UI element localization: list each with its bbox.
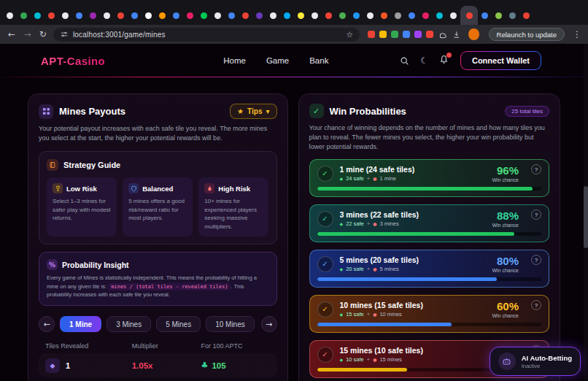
search-icon[interactable] [400,56,409,66]
tab-favicon [353,12,360,19]
browser-tab[interactable] [419,6,433,25]
site-logo[interactable]: APT-Casino [41,55,105,67]
help-icon[interactable]: ? [531,255,541,265]
tab-5-mines[interactable]: 5 Mines [156,316,201,332]
site-settings-icon[interactable] [60,30,69,39]
card-title: 15 mines (10 safe tiles) [340,346,423,355]
browser-tab[interactable] [72,6,86,25]
tips-star-icon: ★ [237,107,244,115]
browser-tab[interactable] [211,6,225,25]
tab-favicon [76,12,82,19]
strategy-card-balanced: Balanced 5 mines offers a good risk/rewa… [123,177,193,236]
browser-tab[interactable] [363,6,377,25]
theme-toggle-icon[interactable]: ☾ [420,55,428,66]
tab-1-mine[interactable]: 1 Mine [60,316,101,332]
browser-tab[interactable] [294,6,308,25]
browser-tab[interactable] [100,6,114,25]
tab-10-mines[interactable]: 10 Mines [206,316,255,332]
browser-tab[interactable] [266,6,280,25]
extension-icon[interactable] [391,31,398,38]
main-content: Mines Payouts ★ Tips ▾ Your potential pa… [0,77,588,381]
browser-tab[interactable] [377,6,391,25]
browser-tab[interactable] [225,6,239,25]
browser-tab[interactable] [252,6,266,25]
card-title: 3 mines (22 safe tiles) [340,210,419,219]
browser-tab[interactable] [492,6,506,25]
mines-payouts-panel: Mines Payouts ★ Tips ▾ Your potential pa… [28,93,288,381]
download-icon[interactable] [452,30,461,39]
browser-tab[interactable] [405,6,419,25]
diamond-icon: ◆ [45,358,60,373]
tab-favicon [228,12,235,19]
browser-tab[interactable] [446,6,460,25]
tab-favicon [339,12,346,19]
scrollbar-thumb[interactable] [584,186,588,248]
tips-button[interactable]: ★ Tips ▾ [230,104,276,119]
browser-tab[interactable] [308,6,322,25]
percent-icon: % [47,259,58,270]
browser-tab[interactable] [3,6,17,25]
browser-tab[interactable] [58,6,72,25]
reload-button[interactable]: ↻ [38,29,48,39]
extension-icon[interactable] [379,31,387,38]
browser-tab[interactable] [155,6,169,25]
browser-tab[interactable] [142,6,155,25]
browser-tab[interactable] [45,6,58,25]
nav-home[interactable]: Home [223,56,246,65]
browser-tab[interactable] [322,6,336,25]
tiles-value: 1 [66,361,70,370]
win-percent: 60% [492,300,519,312]
extension-icon[interactable] [403,31,410,38]
browser-tab[interactable] [183,6,197,25]
help-icon[interactable]: ? [531,164,541,174]
address-bar[interactable]: localhost:3001/game/mines ☆ [53,28,360,42]
browser-tab[interactable] [280,6,294,25]
browser-tab[interactable] [478,6,492,25]
forward-button[interactable]: → [22,29,32,39]
browser-tab[interactable] [17,6,31,25]
extension-icon[interactable] [426,31,433,38]
tab-3-mines[interactable]: 3 Mines [107,316,151,332]
browser-menu-icon[interactable]: ⋮ [573,29,581,39]
extension-icon[interactable] [414,31,422,38]
browser-tab[interactable] [349,6,363,25]
nav-bank[interactable]: Bank [309,56,328,65]
browser-tab[interactable] [169,6,183,25]
tab-favicon [256,12,263,19]
nav-game[interactable]: Game [266,56,289,65]
tabs-scroll-right-button[interactable]: → [261,316,277,332]
help-icon[interactable]: ? [531,300,541,310]
bookmark-star-icon[interactable]: ☆ [346,30,353,39]
browser-tab[interactable] [31,6,45,25]
safe-count: 24 safe [346,175,364,182]
browser-tab[interactable] [506,6,519,25]
back-button[interactable]: ← [7,29,17,39]
win-probability-bar [317,323,542,326]
help-icon[interactable]: ? [531,209,541,220]
browser-tab[interactable] [128,6,142,25]
strategy-card-high-risk: High Risk 10+ mines for experienced play… [198,177,268,236]
extension-icon[interactable] [368,31,375,38]
url-text[interactable]: localhost:3001/game/mines [73,31,166,39]
browser-tab[interactable] [86,6,100,25]
profile-avatar[interactable] [468,28,479,40]
browser-tab[interactable] [433,6,446,25]
mine-count: 10 mines [379,311,401,318]
relaunch-to-update-button[interactable]: Relaunch to update [489,28,565,41]
browser-tab[interactable] [391,6,405,25]
browser-tab[interactable] [336,6,349,25]
connect-wallet-button[interactable]: Connect Wallet [460,51,541,70]
notifications-bell-icon[interactable] [439,55,449,66]
browser-tab[interactable] [460,6,478,25]
table-row: ◆ 1 1.05x ♣105 [39,353,277,377]
shield-icon [128,183,139,193]
browser-tab[interactable] [239,6,252,25]
browser-tab[interactable] [519,6,533,25]
ai-auto-betting-widget[interactable]: AI Auto-Betting Inactive [490,347,581,376]
browser-tab[interactable] [114,6,128,25]
tab-favicon [523,12,530,19]
tabs-scroll-left-button[interactable]: ← [39,316,55,332]
strategy-card-desc: 10+ mines for experienced players seekin… [204,197,263,231]
browser-tab[interactable] [197,6,211,25]
puzzle-extensions-icon[interactable] [438,30,447,39]
